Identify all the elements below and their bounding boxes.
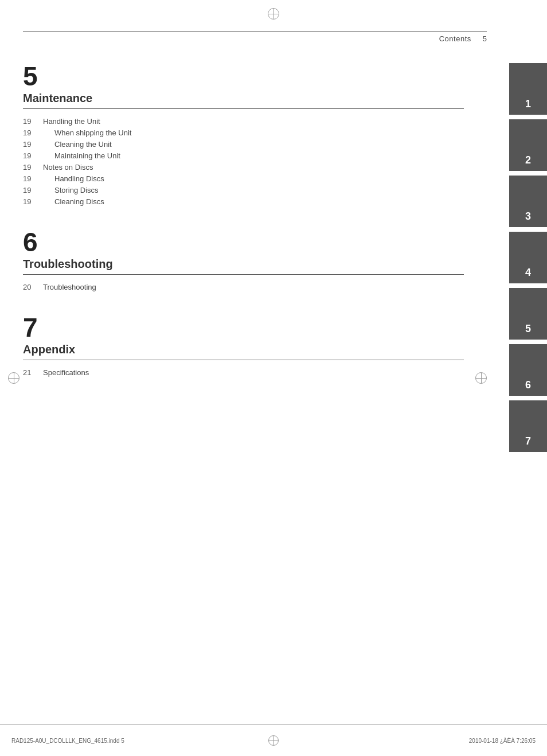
section-7-title: Appendix [23, 343, 464, 356]
toc-page: 19 [23, 140, 43, 149]
toc-entry-troubleshooting: 20 Troubleshooting [23, 283, 464, 291]
toc-entry-storing-discs: 19 Storing Discs [23, 186, 464, 194]
chapter-tab-3-number: 3 [525, 211, 531, 223]
toc-text: Handling Discs [43, 174, 104, 183]
left-registration-mark [8, 372, 19, 384]
toc-text: Handling the Unit [43, 117, 100, 126]
toc-page: 19 [23, 163, 43, 172]
footer-filename: RAD125-A0U_DCOLLLK_ENG_4615.indd 5 [11, 738, 124, 744]
top-border-line [23, 32, 487, 32]
toc-page: 19 [23, 197, 43, 206]
section-5-number: 5 [23, 63, 464, 89]
chapter-tab-1-number: 1 [525, 98, 531, 110]
toc-entry-notes-discs: 19 Notes on Discs [23, 163, 464, 172]
toc-page: 21 [23, 368, 43, 377]
section-7-number: 7 [23, 314, 464, 341]
chapter-tabs-sidebar: 1 2 3 4 5 6 7 [495, 63, 547, 457]
chapter-tab-3[interactable]: 3 [509, 176, 547, 227]
chapter-tab-4[interactable]: 4 [509, 232, 547, 283]
right-registration-mark [475, 372, 487, 384]
chapter-tab-1[interactable]: 1 [509, 63, 547, 115]
section-7-divider [23, 360, 464, 360]
section-appendix: 7 Appendix 21 Specifications [23, 314, 464, 377]
footer-center-mark [265, 735, 282, 746]
chapter-tab-7-number: 7 [525, 435, 531, 447]
toc-page: 20 [23, 283, 43, 291]
toc-text: Maintaining the Unit [43, 151, 120, 160]
section-5-title: Maintenance [23, 92, 464, 105]
toc-entry-maintaining-unit: 19 Maintaining the Unit [23, 151, 464, 160]
chapter-tab-2[interactable]: 2 [509, 119, 547, 171]
toc-page: 19 [23, 174, 43, 183]
toc-entry-cleaning-discs: 19 Cleaning Discs [23, 197, 464, 206]
page-header: Contents 5 [23, 34, 487, 48]
section-6-title: Troubleshooting [23, 258, 464, 271]
toc-entry-cleaning-unit: 19 Cleaning the Unit [23, 140, 464, 149]
toc-entry-handling-unit: 19 Handling the Unit [23, 117, 464, 126]
chapter-tab-5[interactable]: 5 [509, 288, 547, 340]
section-5-divider [23, 108, 464, 109]
chapter-tab-4-number: 4 [525, 267, 531, 279]
section-maintenance: 5 Maintenance 19 Handling the Unit 19 Wh… [23, 63, 464, 206]
toc-text: Cleaning the Unit [43, 140, 112, 149]
toc-text: When shipping the Unit [43, 128, 131, 137]
toc-entry-specifications: 21 Specifications [23, 368, 464, 377]
toc-text: Notes on Discs [43, 163, 93, 172]
chapter-tab-6-number: 6 [525, 379, 531, 391]
chapter-tab-5-number: 5 [525, 323, 531, 335]
toc-page: 19 [23, 186, 43, 194]
top-registration-mark [268, 8, 279, 20]
toc-entry-shipping-unit: 19 When shipping the Unit [23, 128, 464, 137]
chapter-tab-7[interactable]: 7 [509, 400, 547, 452]
toc-text: Troubleshooting [43, 283, 96, 291]
toc-entry-handling-discs: 19 Handling Discs [23, 174, 464, 183]
main-content: 5 Maintenance 19 Handling the Unit 19 Wh… [23, 63, 464, 722]
toc-text: Cleaning Discs [43, 197, 104, 206]
header-title: Contents [439, 34, 471, 43]
footer-timestamp: 2010-01-18 ¿ÀÈÀ 7:26:05 [469, 738, 536, 744]
toc-text: Specifications [43, 368, 89, 377]
chapter-tab-6[interactable]: 6 [509, 344, 547, 396]
header-page-number: 5 [483, 34, 487, 43]
section-troubleshooting: 6 Troubleshooting 20 Troubleshooting [23, 229, 464, 291]
page-footer: RAD125-A0U_DCOLLLK_ENG_4615.indd 5 2010-… [0, 724, 547, 756]
toc-page: 19 [23, 128, 43, 137]
bottom-registration-mark [268, 735, 279, 746]
chapter-tab-2-number: 2 [525, 154, 531, 166]
section-6-divider [23, 274, 464, 275]
toc-page: 19 [23, 151, 43, 160]
toc-text: Storing Discs [43, 186, 99, 194]
toc-page: 19 [23, 117, 43, 126]
section-6-number: 6 [23, 229, 464, 255]
